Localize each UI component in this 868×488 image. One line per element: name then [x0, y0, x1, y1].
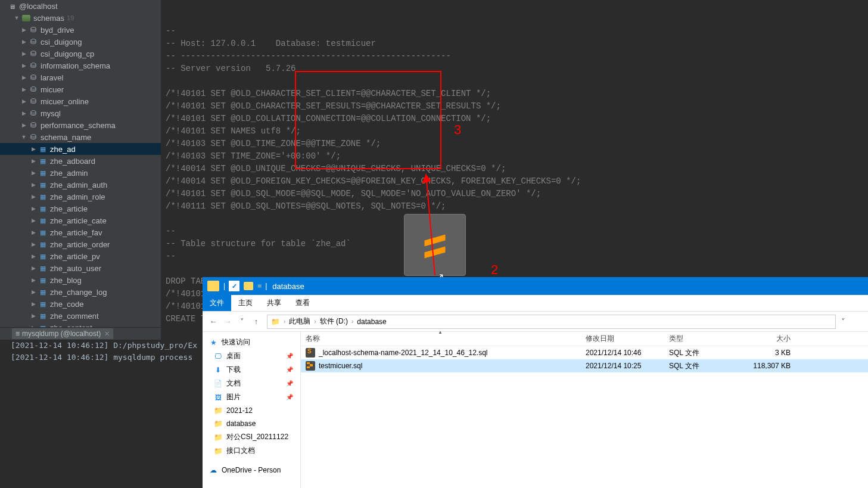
- table-icon: [38, 240, 48, 248]
- tree-db-item[interactable]: csi_duigong_cp: [0, 48, 161, 60]
- explorer-body: 快速访问 桌面📌 下载📌 文档📌 图片📌 2021-12 database 对公…: [203, 332, 868, 488]
- nav-desktop[interactable]: 桌面📌: [203, 349, 300, 363]
- chevron-right-icon: [20, 62, 27, 69]
- tree-db-label: performance_schema: [41, 121, 116, 130]
- sublime-icon: [417, 227, 453, 263]
- tree-table-item[interactable]: zhe_blog: [0, 274, 161, 286]
- tree-table-item[interactable]: zhe_article_fav: [0, 226, 161, 238]
- col-header-name[interactable]: 名称: [301, 334, 581, 344]
- sql-file-icon: [306, 361, 315, 371]
- nav-folder[interactable]: 对公CSI_20211122: [203, 430, 300, 444]
- crumb-item[interactable]: 此电脑: [289, 316, 310, 327]
- crumb-item[interactable]: database: [357, 318, 386, 326]
- col-header-size[interactable]: 大小: [736, 334, 795, 344]
- pin-icon: 📌: [286, 366, 293, 373]
- chevron-right-icon: [20, 38, 27, 45]
- tree-table-item[interactable]: zhe_adboard: [0, 155, 161, 167]
- col-header-type[interactable]: 类型: [664, 334, 736, 344]
- pin-icon: 📌: [286, 394, 293, 400]
- tree-db-item[interactable]: micuer: [0, 83, 161, 95]
- tree-db-item[interactable]: information_schema: [0, 60, 161, 72]
- nav-folder[interactable]: 接口文档: [203, 444, 300, 458]
- tree-table-item[interactable]: zhe_auto_user: [0, 262, 161, 274]
- chevron-right-icon: [20, 86, 27, 93]
- table-icon: [38, 228, 48, 237]
- bottom-tab-bar: mysqldump (@localhost) ✕: [0, 327, 161, 340]
- tree-table-item[interactable]: zhe_ad: [0, 143, 161, 155]
- nav-forward-button[interactable]: →: [220, 315, 235, 329]
- database-tree-panel: @localhost schemas 19 byd_drivecsi_duigo…: [0, 0, 161, 327]
- tree-table-label: zhe_code: [50, 300, 83, 309]
- tree-db-label: micuer_online: [41, 97, 89, 106]
- tree-db-item[interactable]: laravel: [0, 72, 161, 83]
- tree-table-item[interactable]: zhe_admin_role: [0, 191, 161, 203]
- tree-table-item[interactable]: zhe_article_order: [0, 238, 161, 250]
- tree-schemas[interactable]: schemas 19: [0, 12, 161, 24]
- tree-db-open[interactable]: schema_name: [0, 131, 161, 143]
- database-icon: [29, 121, 38, 129]
- picture-icon: [213, 393, 223, 402]
- table-icon: [38, 181, 48, 189]
- chevron-right-icon: [20, 98, 27, 105]
- nav-downloads[interactable]: 下载📌: [203, 363, 300, 377]
- nav-pictures[interactable]: 图片📌: [203, 390, 300, 404]
- tree-table-item[interactable]: zhe_comment: [0, 310, 161, 322]
- database-icon: [29, 26, 38, 34]
- nav-folder[interactable]: database: [203, 417, 300, 430]
- chevron-right-icon: [20, 26, 27, 33]
- tree-table-item[interactable]: zhe_code: [0, 298, 161, 310]
- col-header-date[interactable]: 修改日期: [581, 334, 664, 344]
- tree-db-label: csi_duigong_cp: [41, 49, 94, 58]
- tab-mysqldump[interactable]: mysqldump (@localhost) ✕: [12, 328, 113, 339]
- folder-icon: [213, 406, 223, 415]
- tree-db-item[interactable]: byd_drive: [0, 24, 161, 36]
- file-row[interactable]: _localhost-schema-name-2021_12_14_10_46_…: [301, 346, 868, 359]
- separator: |: [265, 282, 267, 290]
- nav-recent-dropdown[interactable]: ˅: [235, 315, 249, 329]
- explorer-titlebar[interactable]: | ✓ = | database: [203, 277, 868, 295]
- nav-documents[interactable]: 文档📌: [203, 377, 300, 390]
- tree-db-label: byd_drive: [41, 26, 74, 35]
- tree-table-label: zhe_ad: [50, 145, 76, 154]
- tree-table-item[interactable]: zhe_article_cate: [0, 215, 161, 226]
- folder-icon: 📁: [271, 318, 280, 326]
- crumb-dropdown[interactable]: ˅: [836, 315, 850, 329]
- database-icon: [29, 85, 38, 94]
- tree-table-item[interactable]: zhe_change_log: [0, 286, 161, 298]
- host-icon: [7, 2, 17, 10]
- nav-back-button[interactable]: ←: [206, 315, 220, 329]
- database-icon: [29, 97, 38, 105]
- tab-label: mysqldump (@localhost): [22, 330, 101, 338]
- tree-host[interactable]: @localhost: [0, 0, 161, 12]
- menu-share[interactable]: 共享: [260, 295, 288, 311]
- sort-asc-icon: ▲: [438, 330, 443, 335]
- tree-db-item[interactable]: performance_schema: [0, 119, 161, 131]
- nav-onedrive[interactable]: OneDrive - Person: [203, 464, 300, 477]
- tree-db-item[interactable]: csi_duigong: [0, 36, 161, 48]
- folder-icon: [213, 433, 223, 442]
- tree-table-label: zhe_admin_role: [50, 192, 105, 201]
- tree-table-label: zhe_admin_auth: [50, 181, 107, 189]
- tree-table-item[interactable]: zhe_article_pv: [0, 250, 161, 262]
- tree-db-item[interactable]: micuer_online: [0, 95, 161, 107]
- close-icon[interactable]: ✕: [104, 330, 110, 338]
- chevron-right-icon: [30, 193, 37, 200]
- tree-db-item[interactable]: mysql: [0, 107, 161, 119]
- crumb-item[interactable]: 软件 (D:): [320, 316, 348, 327]
- menu-file[interactable]: 文件: [203, 295, 231, 311]
- tree-db-label: micuer: [41, 85, 64, 94]
- nav-folder[interactable]: 2021-12: [203, 404, 300, 417]
- column-headers[interactable]: 名称 修改日期 类型 大小: [301, 332, 868, 346]
- tree-table-label: zhe_change_log: [50, 288, 107, 297]
- nav-up-button[interactable]: ↑: [249, 315, 263, 329]
- breadcrumb[interactable]: 📁 › 此电脑 › 软件 (D:) › database: [267, 315, 836, 329]
- tree-table-item[interactable]: zhe_admin: [0, 167, 161, 179]
- quick-access[interactable]: 快速访问: [203, 335, 300, 349]
- document-icon: [213, 379, 223, 388]
- tree-table-item[interactable]: zhe_content: [0, 322, 161, 327]
- tree-table-item[interactable]: zhe_admin_auth: [0, 179, 161, 191]
- tree-table-item[interactable]: zhe_article: [0, 203, 161, 215]
- menu-home[interactable]: 主页: [231, 295, 260, 311]
- file-row[interactable]: testmicuer.sql2021/12/14 10:25SQL 文件118,…: [301, 359, 868, 372]
- menu-view[interactable]: 查看: [288, 295, 317, 311]
